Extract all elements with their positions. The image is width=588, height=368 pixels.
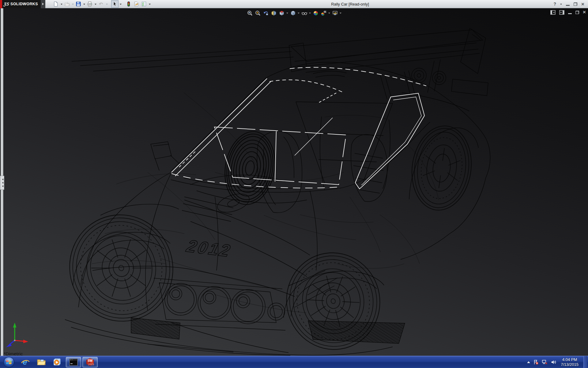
apply-scene-icon (321, 10, 327, 16)
open-folder-icon (64, 1, 70, 7)
new-document-dropdown[interactable] (60, 0, 63, 8)
select-tool-dropdown[interactable] (119, 0, 122, 8)
save-icon (76, 1, 81, 7)
show-feature-pane-right-icon[interactable] (559, 10, 564, 15)
minimize-button[interactable] (566, 5, 570, 6)
main-toolbar (52, 0, 151, 8)
undo-button[interactable] (97, 0, 105, 8)
title-bar: ƷS SOLIDWORKS (0, 0, 588, 8)
file-properties-button[interactable] (133, 0, 140, 8)
sw-year: 2015 (88, 363, 94, 366)
section-view-button[interactable] (270, 9, 277, 17)
display-style-button[interactable] (289, 9, 297, 17)
show-hidden-icons-button[interactable] (527, 360, 530, 363)
options-dropdown[interactable] (148, 0, 151, 8)
chevron-left-icon (1, 178, 3, 180)
system-tray: 4:04 PM 7/13/2015 (527, 356, 588, 368)
apply-scene-dropdown[interactable] (328, 9, 331, 17)
new-document-button[interactable] (52, 0, 59, 8)
action-center-flag-icon[interactable] (533, 359, 539, 365)
car-body-wireframe: 2012 (65, 28, 490, 355)
svg-text:e: e (23, 358, 27, 366)
view-orientation-dropdown[interactable] (286, 9, 289, 17)
start-button[interactable] (3, 356, 15, 368)
internet-explorer-icon: e (21, 358, 30, 367)
taskbar-solidworks-2015[interactable]: SW 2015 (82, 357, 98, 367)
save-button[interactable] (75, 0, 82, 8)
print-dropdown[interactable] (94, 0, 97, 8)
view-settings-button[interactable] (331, 9, 339, 17)
appearance-ball-icon (313, 10, 319, 16)
document-restore-button[interactable] (575, 11, 579, 14)
cmd-title-text: C:\ (70, 359, 73, 361)
restore-button[interactable] (574, 2, 577, 6)
new-document-icon (53, 1, 58, 7)
volume-icon[interactable] (551, 359, 556, 365)
zoom-to-area-icon (255, 10, 261, 16)
zoom-to-fit-icon (247, 10, 253, 16)
show-desktop-button[interactable] (583, 356, 587, 368)
open-dropdown[interactable] (71, 0, 74, 8)
display-style-dropdown[interactable] (297, 9, 300, 17)
eyeglasses-icon (301, 10, 307, 16)
sw-letters: SW (88, 359, 93, 362)
solidworks-logo: ƷS SOLIDWORKS (2, 0, 41, 8)
display-style-icon (290, 10, 296, 16)
section-view-icon (271, 10, 277, 16)
brand-mark: ƷS (3, 2, 10, 6)
print-icon (87, 1, 92, 7)
previous-view-icon (263, 10, 269, 16)
chevron-right-icon (42, 3, 45, 5)
hide-show-items-button[interactable] (300, 9, 308, 17)
apply-scene-button[interactable] (320, 9, 327, 17)
undo-icon (98, 1, 104, 7)
save-dropdown[interactable] (82, 0, 86, 8)
select-tool-button[interactable] (111, 0, 119, 8)
graphics-viewport[interactable]: 2012 (0, 8, 588, 356)
rebuild-button[interactable] (125, 0, 132, 8)
heads-up-view-toolbar (246, 9, 342, 17)
options-checklist-icon (141, 1, 147, 7)
app-accent-strip (0, 0, 2, 8)
taskbar-windows-explorer[interactable] (33, 356, 49, 368)
view-orientation-button[interactable] (278, 9, 285, 17)
view-orientation-icon (279, 10, 285, 16)
select-cursor-icon (112, 1, 118, 7)
view-settings-icon (332, 10, 338, 16)
tray-date: 7/13/2015 (561, 362, 579, 367)
show-feature-pane-left-icon[interactable] (550, 10, 556, 15)
options-button[interactable] (140, 0, 148, 8)
taskbar-media-player[interactable] (49, 356, 65, 368)
car-wheels-wireframe (56, 122, 477, 356)
document-close-button[interactable]: × (583, 10, 586, 15)
zoom-to-fit-button[interactable] (246, 9, 254, 17)
open-button[interactable] (63, 0, 71, 8)
windows-taskbar: e C:\ SW 2015 (0, 356, 588, 368)
highlighted-glass-edges (172, 67, 426, 189)
chevron-left-icon (1, 185, 3, 187)
taskbar-internet-explorer[interactable]: e (17, 356, 33, 368)
media-player-icon (53, 358, 62, 367)
edit-appearance-button[interactable] (312, 9, 319, 17)
window-title: Rally Car [Read-only] (112, 0, 588, 8)
print-button[interactable] (86, 0, 93, 8)
panel-splitter-handle[interactable] (0, 176, 4, 190)
undo-dropdown[interactable] (105, 0, 108, 8)
solidworks-2015-icon: SW 2015 (85, 358, 95, 367)
menu-expand-button[interactable] (41, 0, 45, 8)
help-dropdown[interactable] (560, 4, 562, 6)
tray-clock[interactable]: 4:04 PM 7/13/2015 (561, 357, 579, 367)
model-decal-text: 2012 (184, 236, 234, 260)
brand-name: SOLIDWORKS (10, 2, 38, 6)
previous-view-button[interactable] (262, 9, 270, 17)
hide-show-items-dropdown[interactable] (308, 9, 311, 17)
wireframe-car-model[interactable]: 2012 (0, 8, 588, 356)
help-button[interactable]: ? (554, 2, 556, 6)
window-controls: ? × (554, 2, 588, 7)
network-status-icon[interactable] (542, 359, 548, 365)
document-minimize-button[interactable] (568, 13, 572, 14)
view-settings-dropdown[interactable] (339, 9, 342, 17)
taskbar-command-prompt[interactable]: C:\ (66, 357, 81, 367)
close-button[interactable]: × (581, 2, 584, 7)
zoom-to-area-button[interactable] (254, 9, 262, 17)
